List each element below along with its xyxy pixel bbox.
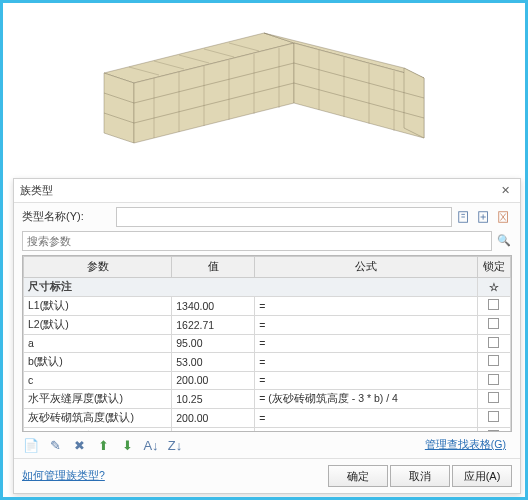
manage-lookup-button[interactable]: 管理查找表格(G) [419, 436, 512, 454]
parameter-toolbar: 📄 ✎ ✖ ⬆ ⬇ A↓ Z↓ 管理查找表格(G) [14, 432, 520, 458]
value-cell[interactable]: 200.00 [172, 408, 255, 427]
move-up-icon[interactable]: ⬆ [94, 436, 112, 454]
table-row[interactable]: b(默认)53.00= [24, 352, 511, 371]
param-cell[interactable]: c [24, 371, 172, 389]
table-row[interactable]: 灰砂砖砌筑高度(默认)200.00= [24, 408, 511, 427]
lock-checkbox[interactable] [488, 411, 499, 422]
formula-cell[interactable]: = [255, 334, 477, 352]
dialog-title: 族类型 [20, 183, 53, 198]
svg-marker-5 [404, 68, 424, 138]
parameter-table[interactable]: 参数 值 公式 锁定 尺寸标注☆L1(默认)1340.00=L2(默认)1622… [22, 255, 512, 432]
sort-descending-icon[interactable]: Z↓ [166, 436, 184, 454]
ok-button[interactable]: 确定 [328, 465, 388, 487]
lock-checkbox[interactable] [488, 374, 499, 385]
delete-type-icon[interactable] [496, 209, 512, 225]
table-header-row: 参数 值 公式 锁定 [24, 256, 511, 277]
lock-cell[interactable] [477, 296, 510, 315]
lock-cell[interactable] [477, 371, 510, 389]
col-value[interactable]: 值 [172, 256, 255, 277]
table-row[interactable]: L1(默认)1340.00= [24, 296, 511, 315]
value-cell[interactable]: 1340.00 [172, 296, 255, 315]
value-cell[interactable]: 10.25 [172, 389, 255, 408]
param-cell[interactable]: L2(默认) [24, 315, 172, 334]
family-types-dialog: 族类型 ✕ 类型名称(Y): 🔍 参数 值 公式 锁定 [13, 178, 521, 494]
new-parameter-icon[interactable]: 📄 [22, 436, 40, 454]
lock-cell[interactable] [477, 352, 510, 371]
sort-ascending-icon[interactable]: A↓ [142, 436, 160, 454]
lock-cell[interactable] [477, 315, 510, 334]
col-parameter[interactable]: 参数 [24, 256, 172, 277]
help-link[interactable]: 如何管理族类型? [22, 469, 105, 483]
search-input[interactable] [22, 231, 492, 251]
rename-type-icon[interactable] [456, 209, 472, 225]
formula-cell[interactable]: = [255, 296, 477, 315]
lock-checkbox[interactable] [488, 355, 499, 366]
col-formula[interactable]: 公式 [255, 256, 477, 277]
lock-cell[interactable] [477, 334, 510, 352]
close-icon[interactable]: ✕ [497, 184, 514, 197]
search-icon[interactable]: 🔍 [496, 233, 512, 249]
move-down-icon[interactable]: ⬇ [118, 436, 136, 454]
dialog-titlebar[interactable]: 族类型 ✕ [14, 179, 520, 203]
value-cell[interactable]: 53.00 [172, 352, 255, 371]
formula-cell[interactable]: = [255, 371, 477, 389]
new-type-icon[interactable] [476, 209, 492, 225]
lock-checkbox[interactable] [488, 337, 499, 348]
table-row[interactable]: 水平灰缝厚度(默认)10.25= (灰砂砖砌筑高度 - 3 * b) / 4 [24, 389, 511, 408]
table-row[interactable]: L2(默认)1622.71= [24, 315, 511, 334]
type-name-input[interactable] [116, 207, 452, 227]
param-cell[interactable]: 水平灰缝厚度(默认) [24, 389, 172, 408]
svg-marker-1 [104, 73, 134, 143]
brick-wall-illustration [84, 13, 444, 163]
formula-cell[interactable]: = (灰砂砖砌筑高度 - 3 * b) / 4 [255, 389, 477, 408]
table-row[interactable]: a95.00= [24, 334, 511, 352]
lock-cell[interactable] [477, 389, 510, 408]
apply-button[interactable]: 应用(A) [452, 465, 512, 487]
param-cell[interactable]: b(默认) [24, 352, 172, 371]
table-row[interactable]: c200.00= [24, 371, 511, 389]
value-cell[interactable]: 95.00 [172, 334, 255, 352]
lock-checkbox[interactable] [488, 299, 499, 310]
lock-checkbox[interactable] [488, 392, 499, 403]
edit-parameter-icon[interactable]: ✎ [46, 436, 64, 454]
param-cell[interactable]: L1(默认) [24, 296, 172, 315]
value-cell[interactable]: 200.00 [172, 371, 255, 389]
lock-cell[interactable] [477, 408, 510, 427]
value-cell[interactable]: 1622.71 [172, 315, 255, 334]
model-viewport [3, 3, 525, 173]
formula-cell[interactable]: = [255, 352, 477, 371]
type-name-label: 类型名称(Y): [22, 209, 112, 224]
param-cell[interactable]: 灰砂砖砌筑高度(默认) [24, 408, 172, 427]
col-lock[interactable]: 锁定 [477, 256, 510, 277]
group-row[interactable]: 尺寸标注☆ [24, 277, 511, 296]
cancel-button[interactable]: 取消 [390, 465, 450, 487]
formula-cell[interactable]: = [255, 315, 477, 334]
formula-cell[interactable]: = [255, 408, 477, 427]
lock-checkbox[interactable] [488, 318, 499, 329]
param-cell[interactable]: a [24, 334, 172, 352]
delete-parameter-icon[interactable]: ✖ [70, 436, 88, 454]
